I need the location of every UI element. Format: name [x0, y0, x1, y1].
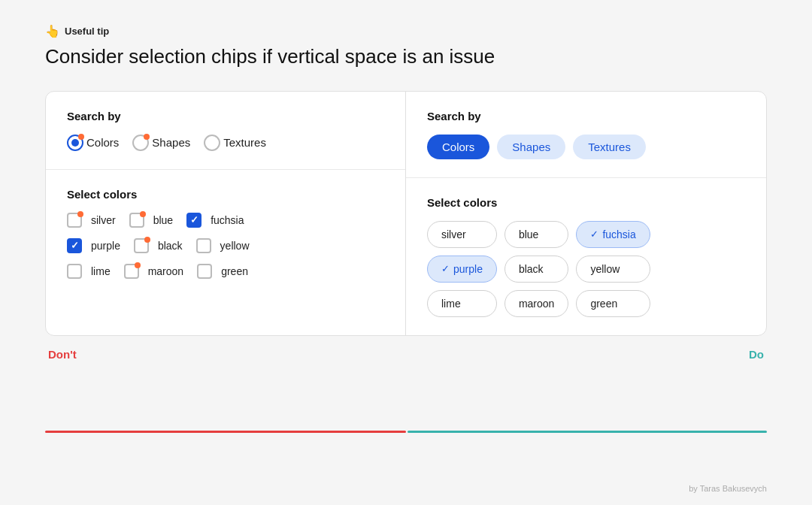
- left-search-title: Search by: [67, 110, 384, 122]
- radio-label-shapes: Shapes: [152, 136, 190, 149]
- check-purple: ✓: [441, 263, 450, 274]
- cb-label-blue: blue: [153, 214, 173, 226]
- cb-label-silver: silver: [91, 214, 116, 226]
- select-chip-yellow[interactable]: yellow: [576, 256, 650, 283]
- dont-line: [45, 431, 406, 433]
- cb-dot-black: [144, 237, 150, 243]
- check-fuchsia: ✓: [590, 228, 598, 240]
- cb-black[interactable]: [134, 238, 149, 253]
- dont-label: Don't: [48, 348, 77, 361]
- right-colors-title: Select colors: [427, 196, 745, 209]
- checkbox-row-1: silver blue fuchsia: [67, 213, 384, 228]
- cb-label-maroon: maroon: [148, 265, 183, 277]
- cb-maroon[interactable]: [124, 264, 139, 279]
- right-search-panel: Search by Colors Shapes Textures: [406, 92, 766, 178]
- cb-label-green: green: [221, 265, 248, 277]
- radio-label-colors: Colors: [86, 136, 119, 149]
- cb-label-yellow: yellow: [220, 240, 250, 252]
- cb-yellow[interactable]: [196, 238, 211, 253]
- cb-box-yellow: [196, 238, 211, 253]
- radio-label-textures: Textures: [223, 136, 266, 149]
- radio-dot-shapes: [144, 134, 150, 140]
- cb-green[interactable]: [197, 264, 212, 279]
- select-chip-silver[interactable]: silver: [427, 221, 497, 248]
- do-column: Search by Colors Shapes Textures Select …: [406, 92, 766, 335]
- select-chip-maroon[interactable]: maroon: [504, 290, 568, 317]
- right-search-title: Search by: [427, 110, 745, 122]
- cb-dot-blue: [140, 211, 146, 217]
- tip-icon: 👆: [45, 24, 60, 38]
- chip-colors[interactable]: Colors: [427, 135, 489, 159]
- checkbox-row-3: lime maroon green: [67, 264, 384, 279]
- radio-textures[interactable]: [204, 135, 220, 151]
- select-chip-lime[interactable]: lime: [427, 290, 497, 317]
- cb-fuchsia[interactable]: [186, 213, 201, 228]
- left-radio-group: Colors Shapes Textures: [67, 135, 384, 151]
- select-chip-fuchsia[interactable]: ✓fuchsia: [576, 221, 650, 248]
- cb-box-fuchsia: [186, 213, 201, 228]
- tip-label: Useful tip: [65, 26, 109, 37]
- select-chip-blue[interactable]: blue: [504, 221, 568, 248]
- cb-label-black: black: [158, 240, 183, 252]
- checkbox-row-2: purple black yellow: [67, 238, 384, 253]
- footer-labels: Don't Do: [45, 348, 767, 361]
- cb-label-fuchsia: fuchsia: [211, 214, 244, 226]
- attribution: by Taras Bakusevych: [689, 484, 767, 493]
- right-colors-panel: Select colors silver blue ✓fuchsia ✓purp…: [406, 178, 766, 335]
- do-label: Do: [749, 348, 764, 361]
- cb-dot-maroon: [135, 262, 141, 268]
- cb-blue[interactable]: [129, 213, 144, 228]
- select-chip-purple[interactable]: ✓purple: [427, 256, 497, 283]
- left-colors-title: Select colors: [67, 188, 384, 201]
- radio-dot-colors: [78, 134, 84, 140]
- cb-box-lime: [67, 264, 82, 279]
- chip-shapes[interactable]: Shapes: [497, 135, 565, 159]
- cb-lime[interactable]: [67, 264, 82, 279]
- cb-purple[interactable]: [67, 238, 82, 253]
- left-colors-panel: Select colors silver: [46, 170, 405, 297]
- cb-box-purple: [67, 238, 82, 253]
- select-chip-grid: silver blue ✓fuchsia ✓purple black yello…: [427, 221, 745, 317]
- cb-dot-silver: [77, 211, 83, 217]
- cb-label-lime: lime: [91, 265, 111, 277]
- cb-box-green: [197, 264, 212, 279]
- radio-circle-textures: [204, 135, 220, 151]
- select-chip-black[interactable]: black: [504, 256, 568, 283]
- checkbox-list: silver blue fuchsia: [67, 213, 384, 279]
- right-chip-group: Colors Shapes Textures: [427, 135, 745, 159]
- cb-silver[interactable]: [67, 213, 82, 228]
- select-chip-green[interactable]: green: [576, 290, 650, 317]
- useful-tip-banner: 👆 Useful tip: [45, 24, 767, 38]
- do-line: [408, 431, 767, 433]
- cb-label-purple: purple: [91, 240, 120, 252]
- comparison-grid: Search by Colors Shapes: [45, 91, 767, 336]
- page-headline: Consider selection chips if vertical spa…: [45, 44, 767, 70]
- chip-textures[interactable]: Textures: [573, 135, 646, 159]
- left-search-panel: Search by Colors Shapes: [46, 92, 405, 170]
- dont-column: Search by Colors Shapes: [46, 92, 406, 335]
- radio-shapes[interactable]: [132, 135, 149, 151]
- radio-colors[interactable]: [67, 135, 83, 151]
